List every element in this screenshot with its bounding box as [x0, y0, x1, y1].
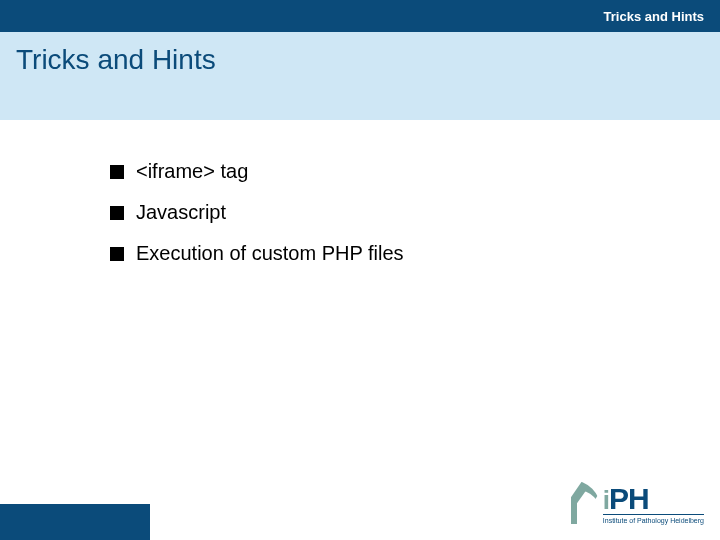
bullet-marker-icon: [110, 206, 124, 220]
title-band: Tricks and Hints: [0, 32, 720, 120]
logo-subtitle: Institute of Pathology Heidelberg: [603, 514, 704, 524]
slide-title: Tricks and Hints: [16, 44, 216, 76]
list-item: <iframe> tag: [110, 160, 720, 183]
logo-swoosh-icon: [571, 480, 601, 524]
bullet-text: Javascript: [136, 201, 226, 224]
bullet-marker-icon: [110, 247, 124, 261]
list-item: Execution of custom PHP files: [110, 242, 720, 265]
bullet-marker-icon: [110, 165, 124, 179]
header-bar: Tricks and Hints: [0, 0, 720, 32]
logo: iPH Institute of Pathology Heidelberg: [571, 480, 704, 524]
header-breadcrumb: Tricks and Hints: [604, 9, 704, 24]
bullet-text: Execution of custom PHP files: [136, 242, 404, 265]
list-item: Javascript: [110, 201, 720, 224]
logo-acronym: iPH: [603, 484, 649, 514]
logo-uppercase: PH: [609, 482, 649, 515]
content-area: <iframe> tag Javascript Execution of cus…: [0, 120, 720, 265]
footer-accent-block: [0, 504, 150, 540]
logo-text: iPH Institute of Pathology Heidelberg: [603, 484, 704, 524]
bullet-text: <iframe> tag: [136, 160, 248, 183]
